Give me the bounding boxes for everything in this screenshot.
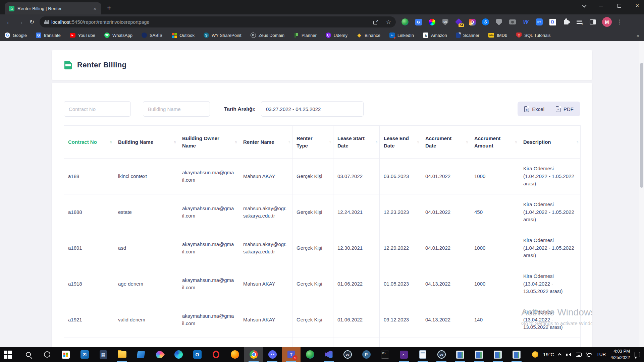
excel-export-button[interactable]: Excel (524, 106, 544, 112)
opera-browser-app[interactable] (207, 347, 225, 362)
cmd-app[interactable] (376, 347, 394, 362)
vscode-app[interactable] (319, 347, 338, 362)
pgadmin-window[interactable] (432, 347, 451, 362)
minimize-button[interactable] (598, 4, 604, 8)
sort-icon[interactable]: ↑↓ (515, 139, 517, 145)
page-scrollbar[interactable] (639, 41, 644, 347)
teams-app[interactable]: 1 (282, 347, 301, 362)
bookmark-google[interactable]: Google (5, 33, 27, 38)
column-header[interactable]: Renter Name↑↓ (239, 126, 292, 159)
extensions-puzzle-icon[interactable] (562, 18, 570, 26)
search-button[interactable] (19, 347, 38, 362)
ublock-origin-icon[interactable] (441, 18, 449, 26)
sort-icon[interactable]: ↑↓ (375, 139, 377, 145)
column-header[interactable]: Contract No↑↓ (64, 126, 114, 159)
column-header[interactable]: Description↑↓ (519, 126, 581, 159)
sort-icon[interactable]: ↑↓ (417, 139, 419, 145)
screenshot-camera-icon[interactable] (508, 18, 516, 26)
outlook-app[interactable] (188, 347, 207, 362)
ssms-window[interactable] (507, 347, 526, 362)
bookmark-youtube[interactable]: YouTube (70, 33, 95, 38)
google-translate-icon[interactable] (415, 18, 422, 26)
shazam-icon[interactable] (482, 18, 489, 26)
building-name-input[interactable] (143, 101, 210, 117)
bookmark-star-icon[interactable] (386, 18, 391, 25)
bookmark-scanner[interactable]: Scanner (456, 33, 479, 38)
sort-icon[interactable]: ↑↓ (110, 139, 111, 145)
column-header[interactable]: Accrument Date↑↓ (421, 126, 470, 159)
notepad-app[interactable] (413, 347, 432, 362)
lock-icon[interactable] (44, 20, 48, 24)
windows-terminal-app[interactable] (394, 347, 413, 362)
microsoft-store-app[interactable] (56, 347, 75, 362)
close-button[interactable] (634, 2, 641, 9)
sort-icon[interactable]: ↑↓ (329, 139, 331, 145)
search-tabs-icon[interactable] (582, 3, 587, 7)
column-header[interactable]: Renter Type↑↓ (292, 126, 333, 159)
color-wheel-icon[interactable] (428, 18, 436, 26)
bookmark-sabis[interactable]: SABİS (142, 33, 162, 38)
discord-app[interactable] (263, 347, 282, 362)
purple-app-icon[interactable]: 34 (455, 18, 463, 26)
media-queue-icon[interactable] (576, 18, 583, 26)
bookmark-zeus-domain[interactable]: Zeus Domain (251, 33, 284, 38)
tab-close-icon[interactable] (92, 5, 98, 11)
bookmark-translate[interactable]: translate (36, 33, 61, 38)
bookmark-udemy[interactable]: Udemy (326, 33, 347, 38)
pdf-export-button[interactable]: PDF (556, 106, 574, 112)
sort-icon[interactable]: ↑↓ (288, 139, 290, 145)
language-indicator[interactable]: TUR (596, 352, 606, 357)
bookmark-amazon[interactable]: Amazon (423, 33, 447, 38)
bookmark-sql-tutorials[interactable]: SQL Tutorials (516, 33, 550, 38)
sort-icon[interactable]: ↑↓ (235, 139, 236, 145)
address-bar[interactable]: localhost:5450/report/renterinvoicerepor… (40, 16, 396, 27)
bookmark-whatsapp[interactable]: WhatsApp (104, 33, 132, 38)
maximize-button[interactable] (618, 4, 621, 8)
mail-app[interactable] (75, 347, 94, 362)
paint3d-app[interactable] (150, 347, 169, 362)
bookmarks-overflow-icon[interactable] (637, 33, 639, 38)
ssms-window[interactable] (488, 347, 507, 362)
menu-kebab-icon[interactable] (616, 18, 622, 25)
sort-icon[interactable]: ↑↓ (174, 139, 175, 145)
profile-avatar[interactable]: M (602, 17, 612, 27)
weather-temperature[interactable]: 19°C (543, 352, 554, 357)
cortana-button[interactable] (38, 347, 56, 362)
idm-app[interactable] (301, 347, 319, 362)
volume-icon[interactable] (566, 352, 571, 357)
weather-sun-icon[interactable] (532, 351, 538, 358)
b-extension-icon[interactable] (549, 18, 556, 26)
sort-icon[interactable]: ↑↓ (576, 139, 578, 145)
postgresql-app[interactable] (357, 347, 376, 362)
idm-extension-icon[interactable] (401, 18, 409, 26)
edge-browser-app[interactable] (169, 347, 188, 362)
scrollbar-thumb[interactable] (640, 63, 643, 188)
column-header[interactable]: Lease Start Date↑↓ (333, 126, 380, 159)
ssms-window[interactable] (451, 347, 470, 362)
instagram-camera-icon[interactable] (468, 18, 476, 26)
ssms-window[interactable] (470, 347, 488, 362)
ft-extension-icon[interactable] (535, 18, 543, 26)
new-tab-button[interactable] (104, 3, 114, 13)
clock[interactable]: 4:03 PM 4/25/2022 (610, 348, 630, 361)
action-center-icon[interactable] (635, 352, 640, 357)
share-icon[interactable] (373, 20, 379, 24)
start-button[interactable] (0, 347, 19, 362)
column-header[interactable]: Building Name↑↓ (114, 126, 178, 159)
firefox-browser-app[interactable] (225, 347, 244, 362)
date-range-input[interactable] (261, 101, 364, 117)
back-button[interactable] (3, 16, 15, 28)
bookmark-wy-sharepoint[interactable]: WY SharePoint (204, 33, 241, 38)
sort-icon[interactable]: ↑↓ (466, 139, 468, 145)
pgadmin-app[interactable] (338, 347, 357, 362)
side-panel-icon[interactable] (589, 18, 597, 26)
file-explorer-app[interactable] (113, 347, 131, 362)
bookmark-binance[interactable]: Binance (357, 33, 380, 38)
column-header[interactable]: Accrument Amount↑↓ (470, 126, 519, 159)
contract-no-input[interactable] (64, 101, 131, 117)
shield-icon[interactable] (495, 18, 503, 26)
forward-button[interactable] (15, 16, 26, 28)
chrome-browser-app[interactable] (244, 347, 263, 362)
wave-extension-icon[interactable] (522, 18, 530, 26)
browser-tab[interactable]: Renter Billing | Renter (5, 2, 101, 14)
